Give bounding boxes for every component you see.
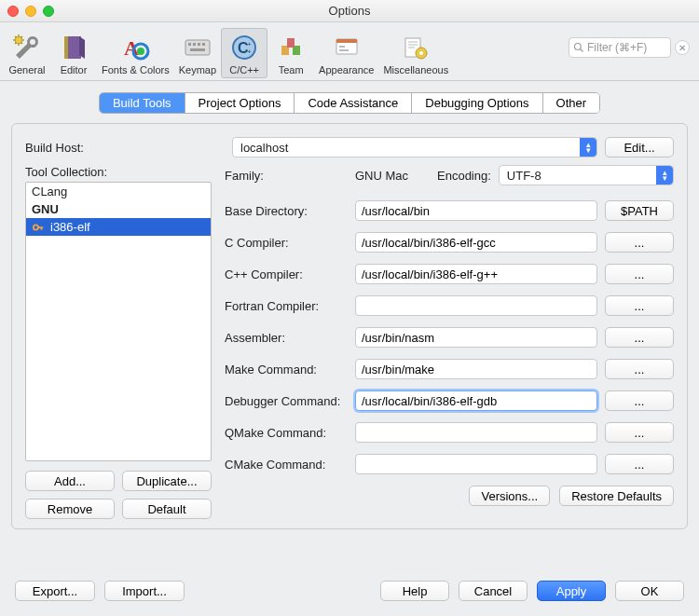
list-item[interactable]: CLang	[26, 183, 211, 200]
toolbar-label: Miscellaneous	[383, 64, 448, 75]
fortran-compiler-input[interactable]	[355, 295, 597, 316]
toolbar-label: Team	[279, 64, 304, 75]
browse-button[interactable]: ...	[605, 422, 674, 443]
toolbar-item-appearance[interactable]: Appearance	[314, 28, 378, 78]
remove-tool-button[interactable]: Remove	[25, 499, 115, 519]
tab-code-assistance[interactable]: Code Assistance	[295, 93, 412, 113]
tool-collection-list[interactable]: CLang GNU i386-elf	[25, 182, 212, 461]
cancel-button[interactable]: Cancel	[459, 581, 528, 601]
toolbar-item-miscellaneous[interactable]: Miscellaneous	[378, 28, 453, 78]
svg-point-28	[34, 225, 38, 229]
chevron-updown-icon: ▴▾	[580, 138, 596, 157]
encoding-value: UTF-8	[505, 169, 541, 183]
toolbar-label: Editor	[61, 64, 88, 75]
svg-rect-22	[339, 49, 349, 51]
toolbar-item-editor[interactable]: Editor	[50, 28, 97, 78]
qmake-command-label: QMake Command:	[225, 426, 348, 440]
book-icon	[59, 33, 89, 62]
make-command-label: Make Command:	[225, 363, 348, 376]
ok-button[interactable]: OK	[615, 581, 684, 601]
build-host-select[interactable]: localhost ▴▾	[232, 137, 597, 157]
duplicate-tool-button[interactable]: Duplicate...	[122, 471, 212, 491]
cpp-compiler-label: C++ Compiler:	[225, 267, 348, 281]
cpp-compiler-input[interactable]	[355, 264, 597, 284]
build-host-value: localhost	[239, 141, 288, 155]
svg-point-26	[575, 44, 582, 50]
make-command-input[interactable]	[355, 359, 597, 379]
toolbar-label: General	[8, 64, 45, 75]
search-icon	[573, 42, 584, 53]
toolbar-item-keymap[interactable]: Keymap	[174, 28, 221, 78]
c-compiler-label: C Compiler:	[225, 236, 348, 250]
export-button[interactable]: Export...	[15, 581, 95, 601]
clear-filter-button[interactable]: ✕	[675, 40, 690, 55]
team-icon	[276, 33, 306, 62]
tab-debugging-options[interactable]: Debugging Options	[412, 93, 542, 113]
path-button[interactable]: $PATH	[605, 200, 674, 221]
default-tool-button[interactable]: Default	[122, 499, 212, 519]
restore-defaults-button[interactable]: Restore Defaults	[559, 486, 674, 506]
toolbar-label: Keymap	[179, 64, 216, 75]
toolbar-item-c-cpp[interactable]: C++ C/C++	[221, 28, 267, 78]
browse-button[interactable]: ...	[605, 359, 674, 379]
svg-text:+: +	[247, 48, 252, 56]
toolbar-label: Fonts & Colors	[102, 64, 170, 75]
debugger-command-label: Debugger Command:	[225, 394, 348, 408]
dialog-footer: Export... Import... Help Cancel Apply OK	[0, 569, 699, 616]
tool-collection-label: Tool Collection:	[25, 165, 212, 179]
svg-rect-10	[202, 43, 205, 46]
toolbar-label: C/C++	[229, 64, 259, 75]
browse-button[interactable]: ...	[605, 264, 674, 284]
toolbar-item-team[interactable]: Team	[267, 28, 314, 78]
list-item[interactable]: GNU	[26, 200, 211, 218]
browse-button[interactable]: ...	[605, 327, 674, 348]
encoding-label: Encoding:	[437, 169, 491, 183]
keyboard-icon	[183, 33, 212, 62]
assembler-input[interactable]	[355, 327, 597, 348]
titlebar: Options	[0, 0, 699, 22]
svg-rect-9	[198, 43, 200, 46]
miscellaneous-icon	[401, 33, 431, 62]
filter-search-input[interactable]: Filter (⌘+F)	[569, 37, 671, 58]
browse-button[interactable]: ...	[605, 232, 674, 253]
assembler-label: Assembler:	[225, 331, 348, 345]
c-cpp-icon: C++	[229, 33, 259, 62]
toolbar-item-fonts-colors[interactable]: A Fonts & Colors	[97, 28, 174, 78]
svg-rect-6	[185, 40, 210, 55]
tab-other[interactable]: Other	[543, 93, 600, 113]
list-item-selected[interactable]: i386-elf	[26, 218, 211, 236]
build-tools-panel: Build Host: localhost ▴▾ Edit... Tool Co…	[11, 123, 688, 529]
import-button[interactable]: Import...	[104, 581, 185, 601]
browse-button[interactable]: ...	[605, 454, 674, 474]
browse-button[interactable]: ...	[605, 390, 674, 411]
tab-project-options[interactable]: Project Options	[185, 93, 295, 113]
chevron-updown-icon: ▴▾	[656, 166, 673, 185]
apply-button[interactable]: Apply	[537, 581, 606, 601]
toolbar-item-general[interactable]: General	[4, 28, 50, 78]
qmake-command-input[interactable]	[355, 422, 597, 443]
add-tool-button[interactable]: Add...	[25, 471, 115, 491]
help-button[interactable]: Help	[380, 581, 449, 601]
debugger-command-input[interactable]	[355, 390, 597, 411]
toolbar-label: Appearance	[319, 64, 374, 75]
filter-placeholder: Filter (⌘+F)	[587, 41, 647, 54]
family-value: GNU Mac	[355, 169, 430, 183]
window-title: Options	[0, 4, 699, 18]
fonts-colors-icon: A	[120, 33, 150, 62]
versions-button[interactable]: Versions...	[469, 486, 550, 506]
category-toolbar: General Editor A Fonts & Colors Keymap C…	[0, 22, 699, 81]
cmake-command-input[interactable]	[355, 454, 597, 474]
base-dir-label: Base Directory:	[225, 204, 348, 218]
svg-point-5	[137, 48, 144, 55]
cmake-command-label: CMake Command:	[225, 458, 348, 472]
key-icon	[32, 221, 45, 234]
c-compiler-input[interactable]	[355, 232, 597, 253]
base-dir-input[interactable]	[355, 200, 597, 221]
tab-build-tools[interactable]: Build Tools	[100, 93, 185, 113]
tabs: Build Tools Project Options Code Assista…	[0, 81, 699, 123]
encoding-select[interactable]: UTF-8 ▴▾	[499, 165, 674, 185]
fortran-compiler-label: Fortran Compiler:	[225, 299, 348, 313]
browse-button[interactable]: ...	[605, 295, 674, 316]
svg-rect-18	[287, 38, 295, 48]
edit-build-host-button[interactable]: Edit...	[605, 137, 674, 157]
